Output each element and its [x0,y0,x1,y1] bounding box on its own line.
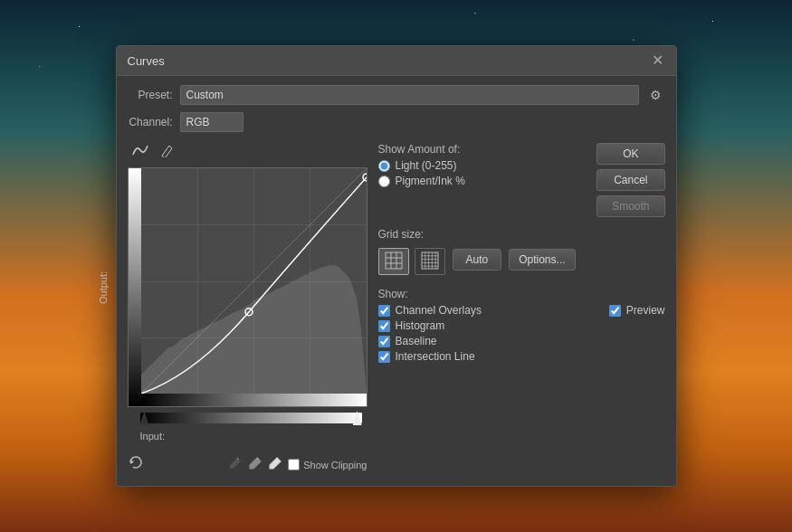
white-eyedropper-icon [268,456,282,470]
action-buttons-col: OK Cancel Smooth [596,143,664,217]
black-slider-thumb[interactable] [140,411,149,425]
bottom-toolbar: Show Clipping [128,449,367,477]
grid-4x4-icon [385,252,403,270]
reset-icon [128,454,144,470]
tool-icons [128,141,367,162]
intersection-line-label: Intersection Line [396,350,475,363]
white-point-eyedropper-button[interactable] [268,456,282,473]
svg-line-1 [141,168,367,394]
close-button[interactable]: ✕ [650,53,665,68]
show-clipping-checkbox-row: Show Clipping [288,459,367,470]
pencil-icon [160,143,175,157]
slider-area [128,413,367,423]
svg-marker-4 [130,460,134,464]
grid-size-title: Grid size: [378,228,665,241]
preview-col: Preview [609,304,665,366]
preview-checkbox[interactable] [609,305,621,317]
show-section: Show: Channel Overlays Histogram [378,288,665,366]
left-panel: Output: Input: [128,141,367,477]
dialog-titlebar: Curves ✕ [117,46,676,76]
auto-button[interactable]: Auto [453,249,502,271]
pigment-radio-row: Pigment/Ink % [378,175,597,187]
bottom-labels: Input: [128,429,367,443]
dialog-body: Preset: Custom ⚙ Channel: RGB Red Green … [117,76,676,486]
curve-canvas[interactable] [128,167,367,407]
pencil-tool-button[interactable] [157,141,178,162]
output-label: Output: [97,271,110,303]
options-button[interactable]: Options... [509,249,575,271]
histogram-label: Histogram [396,319,445,332]
baseline-label: Baseline [396,335,437,347]
curves-dialog: Curves ✕ Preset: Custom ⚙ Channel: RGB R… [116,45,677,487]
gradient-strip-bottom [141,394,367,406]
gradient-strip-left [129,168,141,406]
pigment-radio[interactable] [378,176,390,187]
channel-label: Channel: [128,116,173,128]
curve-tool-button[interactable] [128,141,153,162]
channel-row: Channel: RGB Red Green Blue [128,112,665,132]
light-label: Light (0-255) [396,159,457,172]
rp-top-area: Show Amount of: Light (0-255) Pigment/In… [378,143,665,217]
grid-and-auto: Auto Options... [378,244,665,275]
intersection-line-row: Intersection Line [378,350,591,363]
curve-canvas-wrapper: Output: [128,167,367,407]
baseline-checkbox[interactable] [378,336,390,347]
intersection-line-checkbox[interactable] [378,351,390,363]
slider-row [140,413,367,423]
channel-select[interactable]: RGB Red Green Blue [180,112,243,132]
grid-10x10-icon [421,252,439,270]
reset-button[interactable] [128,454,144,475]
eyedropper-group: Show Clipping [228,456,367,473]
pigment-label: Pigment/Ink % [396,175,465,187]
white-slider-thumb[interactable] [353,411,362,425]
cancel-button[interactable]: Cancel [596,169,664,191]
grid-small-button[interactable] [378,248,409,275]
show-amount-title: Show Amount of: [378,143,597,156]
gray-point-eyedropper-button[interactable] [248,456,262,473]
ok-button[interactable]: OK [596,143,664,165]
gray-eyedropper-icon [248,456,262,470]
histogram-row: Histogram [378,319,591,332]
svg-line-0 [169,146,172,148]
grid-size-icons [378,248,445,275]
input-label: Input: [140,431,166,442]
preview-row: Preview [609,304,665,317]
show-checkboxes-col: Channel Overlays Histogram Baseline [378,304,591,366]
curve-tool-icon [131,143,149,157]
channel-overlays-checkbox[interactable] [378,305,390,317]
grid-section: Grid size: [378,228,665,275]
show-and-preview: Channel Overlays Histogram Baseline [378,304,665,366]
preset-select[interactable]: Custom [180,85,639,105]
light-radio-row: Light (0-255) [378,159,597,172]
show-clipping-label: Show Clipping [303,460,367,470]
light-radio[interactable] [378,160,390,172]
show-clipping-checkbox[interactable] [288,459,300,470]
black-point-eyedropper-button[interactable] [228,456,243,473]
curve-area[interactable] [141,168,367,394]
svg-rect-8 [386,252,402,269]
preset-row: Preset: Custom ⚙ [128,85,665,105]
baseline-row: Baseline [378,335,591,347]
main-content: Output: Input: [128,141,665,477]
histogram-checkbox[interactable] [378,320,390,332]
black-point-slider[interactable] [140,413,362,423]
grid-large-button[interactable] [415,248,445,275]
channel-overlays-row: Channel Overlays [378,304,591,317]
gear-button[interactable]: ⚙ [646,86,665,104]
curve-svg [141,168,367,394]
right-panel: Show Amount of: Light (0-255) Pigment/In… [378,141,665,477]
preview-label: Preview [626,304,665,317]
show-amount-section: Show Amount of: Light (0-255) Pigment/In… [378,143,597,190]
show-title: Show: [378,288,665,300]
dialog-title: Curves [128,54,165,68]
smooth-button[interactable]: Smooth [596,195,664,217]
black-eyedropper-icon [228,456,243,470]
preset-label: Preset: [128,89,173,101]
channel-overlays-label: Channel Overlays [396,304,482,317]
